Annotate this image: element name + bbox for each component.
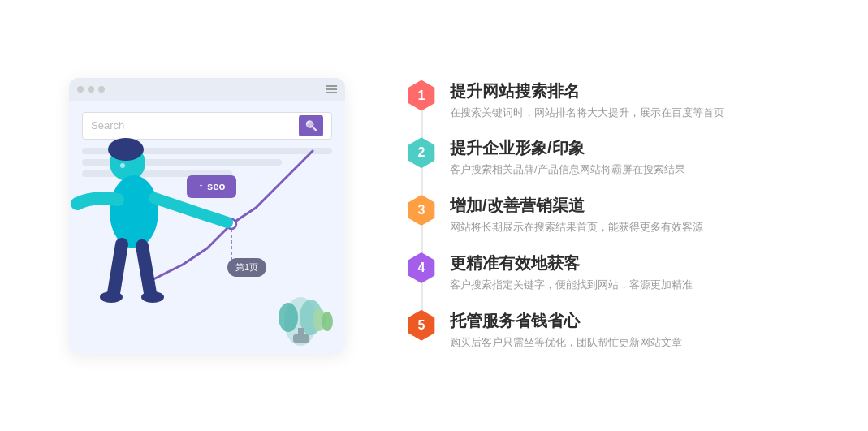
browser-top-bar bbox=[69, 78, 345, 101]
feature-desc-4: 客户搜索指定关键字，便能找到网站，客源更加精准 bbox=[450, 277, 836, 294]
feature-content-1: 提升网站搜索排名在搜索关键词时，网站排名将大大提升，展示在百度等首页 bbox=[450, 80, 836, 122]
feature-desc-2: 客户搜索相关品牌/产品信息网站将霸屏在搜索结果 bbox=[450, 162, 836, 179]
feature-content-4: 更精准有效地获客客户搜索指定关键字，便能找到网站，客源更加精准 bbox=[450, 252, 836, 294]
svg-rect-12 bbox=[293, 334, 309, 343]
feature-content-2: 提升企业形象/印象客户搜索相关品牌/产品信息网站将霸屏在搜索结果 bbox=[450, 137, 836, 179]
feature-title-3: 增加/改善营销渠道 bbox=[450, 195, 836, 216]
browser-search-bar[interactable]: Search bbox=[82, 112, 332, 140]
browser-lines bbox=[69, 148, 345, 177]
svg-point-14 bbox=[322, 312, 333, 331]
feature-title-5: 托管服务省钱省心 bbox=[450, 310, 836, 331]
content-line bbox=[82, 148, 332, 154]
svg-point-5 bbox=[141, 291, 164, 303]
feature-item-3: 3增加/改善营销渠道网站将长期展示在搜索结果首页，能获得更多有效客源 bbox=[406, 187, 836, 244]
number-badge-5: 5 bbox=[406, 310, 437, 341]
svg-point-13 bbox=[313, 308, 326, 331]
page-label: 第1页 bbox=[227, 258, 266, 277]
feature-item-5: 5托管服务省钱省心购买后客户只需坐等优化，团队帮忙更新网站文章 bbox=[406, 302, 836, 360]
svg-point-4 bbox=[100, 291, 123, 303]
feature-content-5: 托管服务省钱省心购买后客户只需坐等优化，团队帮忙更新网站文章 bbox=[450, 310, 836, 351]
feature-item-4: 4更精准有效地获客客户搜索指定关键字，便能找到网站，客源更加精准 bbox=[406, 244, 836, 302]
svg-point-10 bbox=[279, 303, 298, 332]
feature-item-1: 1提升网站搜索排名在搜索关键词时，网站排名将大大提升，展示在百度等首页 bbox=[406, 72, 836, 130]
feature-content-3: 增加/改善营销渠道网站将长期展示在搜索结果首页，能获得更多有效客源 bbox=[450, 195, 836, 236]
svg-point-0 bbox=[227, 219, 236, 229]
svg-point-3 bbox=[110, 175, 158, 248]
svg-point-8 bbox=[284, 297, 317, 346]
browser-mockup: Search bbox=[69, 78, 345, 354]
browser-dot-1 bbox=[77, 86, 84, 93]
svg-rect-11 bbox=[298, 328, 304, 343]
browser-menu-icon bbox=[326, 85, 337, 93]
seo-label: seo bbox=[207, 180, 225, 192]
svg-point-9 bbox=[300, 300, 322, 335]
seo-bubble: seo bbox=[187, 175, 236, 198]
search-placeholder-text: Search bbox=[91, 119, 299, 131]
feature-title-1: 提升网站搜索排名 bbox=[450, 80, 836, 101]
feature-desc-5: 购买后客户只需坐等优化，团队帮忙更新网站文章 bbox=[450, 334, 836, 351]
content-line bbox=[82, 159, 282, 166]
search-button[interactable] bbox=[299, 115, 323, 136]
number-badge-4: 4 bbox=[406, 252, 437, 283]
left-panel: Search bbox=[32, 16, 382, 415]
feature-desc-3: 网站将长期展示在搜索结果首页，能获得更多有效客源 bbox=[450, 219, 836, 236]
browser-dot-3 bbox=[98, 86, 105, 93]
feature-item-2: 2提升企业形象/印象客户搜索相关品牌/产品信息网站将霸屏在搜索结果 bbox=[406, 129, 836, 187]
feature-title-4: 更精准有效地获客 bbox=[450, 252, 836, 274]
feature-desc-1: 在搜索关键词时，网站排名将大大提升，展示在百度等首页 bbox=[450, 105, 836, 122]
main-container: Search bbox=[0, 0, 868, 431]
browser-dot-2 bbox=[88, 86, 94, 93]
number-badge-3: 3 bbox=[406, 195, 437, 226]
feature-title-2: 提升企业形象/印象 bbox=[450, 137, 836, 158]
number-badge-1: 1 bbox=[406, 80, 437, 111]
number-badge-2: 2 bbox=[406, 137, 437, 168]
right-panel: 1提升网站搜索排名在搜索关键词时，网站排名将大大提升，展示在百度等首页2提升企业… bbox=[382, 72, 836, 360]
